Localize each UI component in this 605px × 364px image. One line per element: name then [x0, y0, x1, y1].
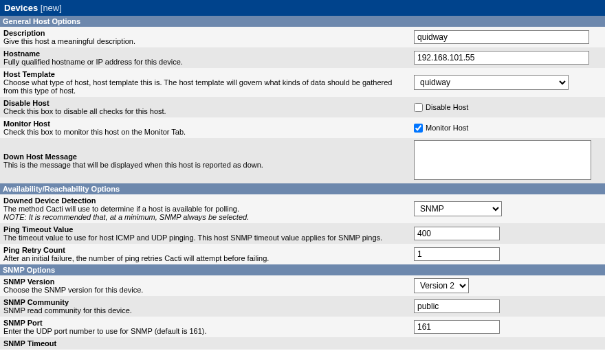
ping-retry-input[interactable]: [414, 247, 500, 261]
host-template-label: Host Template: [3, 70, 55, 78]
snmp-port-help: Enter the UDP port number to use for SNM…: [3, 327, 207, 335]
snmp-version-select[interactable]: Version 2: [414, 278, 469, 293]
hostname-label: Hostname: [3, 49, 40, 58]
title-suffix: [new]: [41, 3, 62, 13]
downed-detection-select[interactable]: SNMP: [414, 201, 502, 216]
section-snmp: SNMP Options: [0, 264, 605, 275]
hostname-help: Fully qualified hostname or IP address f…: [3, 58, 183, 66]
description-input[interactable]: [414, 30, 589, 44]
monitor-host-help: Check this box to monitor this host on t…: [3, 128, 186, 136]
host-template-help: Choose what type of host, host template …: [3, 78, 392, 95]
ping-timeout-help: The timeout value to use for host ICMP a…: [3, 234, 382, 242]
disable-host-cb-label: Disable Host: [426, 103, 468, 111]
downed-detection-label: Downed Device Detection: [3, 196, 96, 205]
ping-timeout-label: Ping Timeout Value: [3, 225, 73, 234]
snmp-port-label: SNMP Port: [3, 319, 43, 327]
section-general: General Host Options: [0, 16, 605, 27]
snmp-port-input[interactable]: [414, 320, 500, 334]
down-host-message-label: Down Host Message: [3, 152, 77, 161]
page-title: Devices [new]: [0, 0, 605, 16]
down-host-message-textarea[interactable]: [414, 140, 591, 180]
snmp-community-input[interactable]: [414, 299, 500, 313]
snmp-version-label: SNMP Version: [3, 277, 54, 286]
monitor-host-label: Monitor Host: [3, 120, 50, 128]
downed-detection-help: The method Cacti will use to determine i…: [3, 205, 239, 213]
snmp-community-help: SNMP read community for this device.: [3, 306, 132, 315]
ping-retry-help: After an initial failure, the number of …: [3, 254, 269, 262]
downed-detection-note: NOTE: It is recommended that, at a minim…: [3, 213, 249, 221]
snmp-version-help: Choose the SNMP version for this device.: [3, 286, 143, 294]
monitor-host-checkbox[interactable]: [414, 124, 423, 133]
disable-host-checkbox[interactable]: [414, 103, 423, 112]
down-host-message-help: This is the message that will be display…: [3, 161, 263, 169]
description-help: Give this host a meaningful description.: [3, 37, 135, 45]
monitor-host-cb-label: Monitor Host: [426, 124, 468, 132]
title-main: Devices: [4, 3, 38, 13]
section-availability: Availability/Reachability Options: [0, 183, 605, 194]
description-label: Description: [3, 29, 45, 37]
hostname-input[interactable]: [414, 51, 589, 65]
snmp-timeout-label: SNMP Timeout: [3, 339, 56, 348]
host-template-select[interactable]: quidway: [414, 75, 569, 90]
down-host-message-row: Down Host Message This is the message th…: [0, 138, 605, 183]
disable-host-help: Check this box to disable all checks for…: [3, 107, 166, 115]
disable-host-label: Disable Host: [3, 99, 50, 107]
snmp-community-label: SNMP Community: [3, 298, 69, 306]
ping-timeout-input[interactable]: [414, 227, 500, 240]
ping-retry-label: Ping Retry Count: [3, 246, 65, 254]
